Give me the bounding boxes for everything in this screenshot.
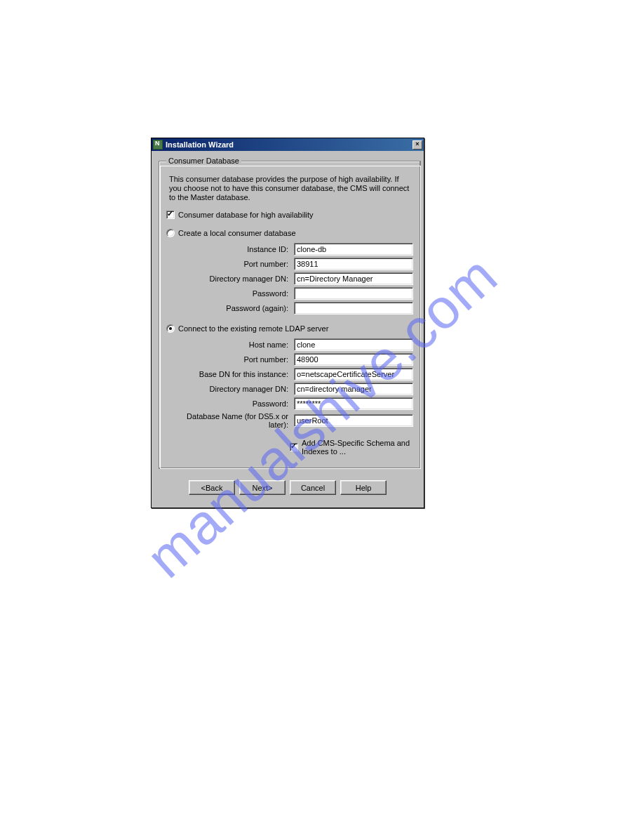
- remote-password-label: Password:: [170, 399, 290, 408]
- local-password-again-input[interactable]: [294, 302, 413, 315]
- local-password-again-label: Password (again):: [170, 304, 290, 312]
- host-input[interactable]: clone: [294, 338, 413, 351]
- remote-port-label: Port number:: [170, 355, 290, 364]
- schema-checkbox[interactable]: [290, 443, 298, 451]
- cancel-button[interactable]: Cancel: [290, 480, 336, 495]
- create-local-radio[interactable]: [166, 229, 175, 237]
- schema-checkbox-label: Add CMS-Specific Schema and Indexes to .…: [302, 439, 413, 456]
- remote-dmdn-label: Directory manager DN:: [170, 385, 290, 393]
- local-port-input[interactable]: 38911: [294, 258, 413, 270]
- titlebar: Installation Wizard ×: [152, 138, 424, 151]
- back-button[interactable]: <Back: [189, 480, 235, 495]
- remote-password-input[interactable]: ********: [294, 397, 413, 410]
- instance-id-input[interactable]: clone-db: [294, 243, 413, 256]
- ha-checkbox[interactable]: [166, 211, 175, 219]
- base-dn-label: Base DN for this instance:: [170, 370, 290, 378]
- ha-checkbox-row[interactable]: Consumer database for high availability: [166, 211, 413, 219]
- host-label: Host name:: [170, 340, 290, 349]
- instance-id-label: Instance ID:: [170, 245, 290, 253]
- help-button[interactable]: Help: [340, 480, 387, 495]
- local-port-label: Port number:: [170, 260, 290, 268]
- button-bar: <Back Next> Cancel Help: [159, 473, 417, 502]
- group-description: This consumer database provides the purp…: [169, 175, 413, 202]
- dialog-content: Consumer Database This consumer database…: [152, 151, 424, 508]
- remote-fields: Host name: clone Port number: 48900 Base…: [170, 338, 413, 429]
- consumer-database-group: Consumer Database This consumer database…: [159, 157, 421, 469]
- group-legend: Consumer Database: [166, 157, 241, 165]
- db-name-input[interactable]: userRoot: [294, 414, 413, 427]
- ha-checkbox-label: Consumer database for high availability: [178, 211, 314, 219]
- next-button[interactable]: Next>: [239, 480, 286, 495]
- app-icon: [153, 140, 163, 150]
- installation-wizard-dialog: Installation Wizard × Consumer Database …: [151, 138, 424, 508]
- local-dmdn-label: Directory manager DN:: [170, 274, 290, 283]
- local-fields: Instance ID: clone-db Port number: 38911…: [170, 243, 413, 315]
- dialog-title: Installation Wizard: [166, 140, 412, 149]
- create-local-radio-label: Create a local consumer database: [178, 229, 296, 237]
- local-dmdn-input[interactable]: cn=Directory Manager: [294, 272, 413, 285]
- local-password-label: Password:: [170, 289, 290, 298]
- schema-checkbox-row[interactable]: Add CMS-Specific Schema and Indexes to .…: [290, 439, 413, 456]
- remote-dmdn-input[interactable]: cn=directory manager: [294, 383, 413, 395]
- remote-ldap-radio[interactable]: [166, 324, 175, 333]
- remote-port-input[interactable]: 48900: [294, 353, 413, 366]
- db-name-label: Database Name (for DS5.x or later):: [170, 412, 290, 429]
- remote-ldap-radio-label: Connect to the existing remote LDAP serv…: [178, 324, 328, 333]
- remote-ldap-radio-row[interactable]: Connect to the existing remote LDAP serv…: [166, 324, 413, 333]
- close-button[interactable]: ×: [412, 140, 422, 150]
- create-local-radio-row[interactable]: Create a local consumer database: [166, 229, 413, 237]
- local-password-input[interactable]: [294, 287, 413, 300]
- base-dn-input[interactable]: o=netscapeCertificateServer: [294, 368, 413, 380]
